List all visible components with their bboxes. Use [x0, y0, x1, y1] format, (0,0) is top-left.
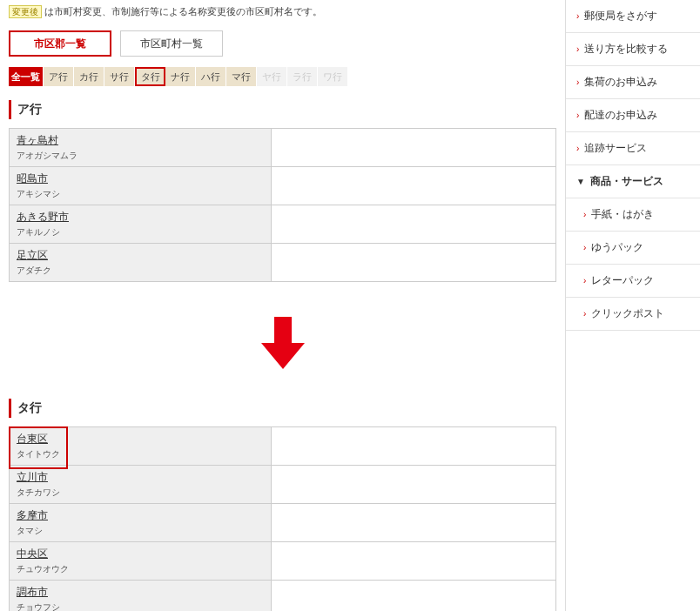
chevron-right-icon: ›: [583, 210, 586, 219]
sidebar-item-label: レターパック: [591, 273, 654, 288]
chevron-down-icon: [576, 177, 585, 186]
city-kana: タイトウク: [17, 448, 264, 460]
city-kana: タマシ: [17, 525, 264, 537]
kana-tab-カ行[interactable]: カ行: [74, 67, 104, 86]
kana-tab-ヤ行: ヤ行: [257, 67, 287, 86]
kana-tab-タ行[interactable]: タ行: [135, 67, 165, 86]
city-cell[interactable]: 多摩市タマシ: [10, 504, 272, 542]
sidebar-item-郵便局をさがす[interactable]: ›郵便局をさがす: [566, 0, 700, 33]
city-cell-empty: [272, 244, 556, 282]
section-heading-t: タ行: [9, 399, 556, 418]
city-cell[interactable]: 足立区アダチク: [10, 244, 272, 282]
city-name: 台東区: [17, 432, 264, 446]
legend-text: は市町村変更、市制施行等による名称変更後の市区町村名です。: [44, 6, 322, 17]
city-kana: アキシマシ: [17, 188, 264, 200]
kana-tab-ラ行: ラ行: [287, 67, 318, 86]
kana-tab-all[interactable]: 全一覧: [9, 67, 44, 86]
kana-tab-マ行[interactable]: マ行: [226, 67, 257, 86]
city-kana: チュウオウク: [17, 563, 264, 575]
arrow-down: [9, 299, 556, 399]
city-kana: アキルノシ: [17, 226, 264, 238]
sidebar-item-追跡サービス[interactable]: ›追跡サービス: [566, 132, 700, 165]
sidebar-item-label: 配達のお申込み: [584, 108, 657, 123]
sidebar-item-商品・サービス[interactable]: 商品・サービス: [566, 165, 700, 198]
kana-tab-ハ行[interactable]: ハ行: [196, 67, 226, 86]
legend-row: 変更後は市町村変更、市制施行等による名称変更後の市区町村名です。: [9, 0, 556, 30]
city-name: 青ヶ島村: [17, 133, 264, 148]
chevron-right-icon: ›: [583, 276, 586, 285]
chevron-right-icon: ›: [576, 11, 579, 21]
city-kana: タチカワシ: [17, 487, 264, 499]
city-cell-empty: [272, 504, 556, 542]
kana-tab-ナ行[interactable]: ナ行: [165, 67, 196, 86]
section-heading-a: ア行: [9, 100, 556, 119]
view-tab-municipality[interactable]: 市区町村一覧: [120, 30, 223, 57]
city-name: 多摩市: [17, 508, 264, 523]
city-cell-empty: [272, 205, 556, 244]
city-cell[interactable]: 青ヶ島村アオガシマムラ: [10, 129, 272, 167]
city-table-t: 台東区タイトウク立川市タチカワシ多摩市タマシ中央区チュウオウク調布市チョウフシ千…: [9, 426, 556, 611]
city-cell-empty: [272, 466, 556, 504]
sidebar-item-配達のお申込み[interactable]: ›配達のお申込み: [566, 99, 700, 132]
view-tabs: 市区郡一覧 市区町村一覧: [9, 30, 556, 57]
legend-badge: 変更後: [9, 5, 42, 18]
city-cell[interactable]: 昭島市アキシマシ: [10, 167, 272, 205]
city-cell-empty: [272, 167, 556, 205]
chevron-right-icon: ›: [576, 111, 579, 120]
city-name: 中央区: [17, 547, 264, 561]
view-tab-district[interactable]: 市区郡一覧: [9, 30, 111, 57]
city-kana: アダチク: [17, 265, 264, 277]
chevron-right-icon: ›: [583, 243, 586, 252]
chevron-right-icon: ›: [583, 309, 586, 319]
city-table-a: 青ヶ島村アオガシマムラ昭島市アキシマシあきる野市アキルノシ足立区アダチク: [9, 128, 556, 282]
city-cell-empty: [272, 581, 556, 612]
arrow-down-icon: [261, 317, 305, 369]
sidebar-item-クリックポスト[interactable]: ›クリックポスト: [566, 298, 700, 331]
city-cell[interactable]: 中央区チュウオウク: [10, 542, 272, 581]
sidebar-item-label: 集荷のお申込み: [584, 75, 657, 90]
sidebar-item-label: クリックポスト: [591, 306, 664, 321]
sidebar-item-レターパック[interactable]: ›レターパック: [566, 265, 700, 298]
city-kana: チョウフシ: [17, 601, 264, 611]
main-content: 変更後は市町村変更、市制施行等による名称変更後の市区町村名です。 市区郡一覧 市…: [0, 0, 565, 611]
city-cell[interactable]: 調布市チョウフシ: [10, 581, 272, 612]
sidebar-item-label: 送り方を比較する: [584, 42, 668, 57]
sidebar-item-送り方を比較する[interactable]: ›送り方を比較する: [566, 33, 700, 66]
chevron-right-icon: ›: [576, 144, 579, 153]
kana-tabs: 全一覧ア行カ行サ行タ行ナ行ハ行マ行ヤ行ラ行ワ行: [9, 67, 556, 86]
sidebar-item-label: 追跡サービス: [584, 141, 647, 156]
city-name: 足立区: [17, 248, 264, 263]
sidebar-item-label: 手紙・はがき: [591, 207, 654, 222]
city-cell-empty: [272, 129, 556, 167]
city-cell-empty: [272, 542, 556, 581]
chevron-right-icon: ›: [576, 77, 579, 87]
sidebar-item-label: 郵便局をさがす: [584, 9, 657, 24]
sidebar: ›郵便局をさがす›送り方を比較する›集荷のお申込み›配達のお申込み›追跡サービス…: [565, 0, 700, 611]
city-cell[interactable]: 台東区タイトウク: [10, 427, 272, 466]
city-cell[interactable]: 立川市タチカワシ: [10, 466, 272, 504]
sidebar-item-label: ゆうパック: [591, 240, 643, 255]
city-name: あきる野市: [17, 210, 264, 225]
city-cell-empty: [272, 427, 556, 466]
kana-tab-ワ行: ワ行: [318, 67, 348, 86]
city-name: 立川市: [17, 470, 264, 485]
svg-marker-0: [261, 317, 305, 369]
city-cell[interactable]: あきる野市アキルノシ: [10, 205, 272, 244]
city-name: 昭島市: [17, 171, 264, 186]
kana-tab-サ行[interactable]: サ行: [104, 67, 135, 86]
sidebar-item-label: 商品・サービス: [590, 174, 663, 189]
sidebar-item-手紙・はがき[interactable]: ›手紙・はがき: [566, 198, 700, 232]
sidebar-item-ゆうパック[interactable]: ›ゆうパック: [566, 232, 700, 265]
sidebar-item-集荷のお申込み[interactable]: ›集荷のお申込み: [566, 66, 700, 99]
city-name: 調布市: [17, 585, 264, 600]
kana-tab-ア行[interactable]: ア行: [44, 67, 74, 86]
chevron-right-icon: ›: [576, 44, 579, 54]
city-kana: アオガシマムラ: [17, 150, 264, 162]
